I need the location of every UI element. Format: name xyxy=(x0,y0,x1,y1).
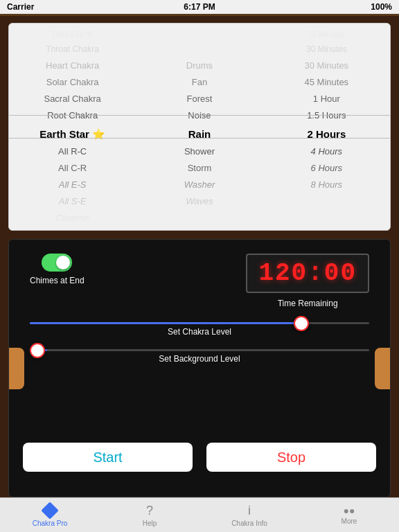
picker-item[interactable]: 45 Minutes xyxy=(263,74,390,91)
picker-item[interactable] xyxy=(263,193,390,210)
picker-item[interactable]: 10 Minutes xyxy=(263,27,390,42)
more-icon: ●● xyxy=(344,505,355,516)
chakra-slider-fill xyxy=(30,322,301,324)
corner-right-decoration xyxy=(375,348,391,389)
picker-item[interactable]: All C-R xyxy=(9,160,136,177)
controls-row: Chimes at End 120:00 Time Remaining xyxy=(9,240,390,315)
picker-item[interactable]: Heart Chakra xyxy=(9,57,136,74)
chimes-label: Chimes at End xyxy=(30,276,85,285)
bottom-panel: Chimes at End 120:00 Time Remaining Set … xyxy=(8,239,391,497)
tab-chakra-pro[interactable]: Chakra Pro xyxy=(0,503,100,527)
background-slider-thumb[interactable] xyxy=(30,343,45,358)
background-slider-track[interactable] xyxy=(30,349,369,351)
buttons-row: Start Stop xyxy=(9,432,390,483)
info-icon: i xyxy=(248,504,251,518)
background-slider-label: Set Background Level xyxy=(30,354,369,364)
outer-frame: Third Eye 👁 Throat Chakra Heart Chakra S… xyxy=(0,14,399,532)
background-slider-row: Set Background Level xyxy=(30,349,369,364)
timer-display: 120:00 xyxy=(246,254,369,293)
picker-item[interactable]: 30 Minutes xyxy=(263,57,390,74)
sound-column[interactable]: Drums Fan Forest Noise Rain Shower Storm… xyxy=(136,24,263,230)
chakra-slider-track[interactable] xyxy=(30,322,369,324)
picker-item[interactable] xyxy=(136,42,263,57)
picker-item[interactable]: Cleanse xyxy=(9,210,136,227)
chakra-slider-label: Set Chakra Level xyxy=(30,327,369,337)
picker-item[interactable]: All R-C xyxy=(9,143,136,160)
tab-bar: Chakra Pro ? Help i Chakra Info ●● More xyxy=(0,497,399,532)
tab-chakra-info[interactable]: i Chakra Info xyxy=(200,504,299,527)
picker-item[interactable]: 8 Hours xyxy=(263,177,390,193)
tab-help-label: Help xyxy=(143,520,157,527)
top-panel[interactable]: Third Eye 👁 Throat Chakra Heart Chakra S… xyxy=(8,23,391,231)
tab-chakra-info-label: Chakra Info xyxy=(231,520,267,527)
carrier-label: Carrier xyxy=(7,2,34,12)
status-bar: Carrier 6:17 PM 100% xyxy=(0,0,399,14)
slider-section: Set Chakra Level Set Background Level xyxy=(9,315,390,383)
picker-item[interactable] xyxy=(136,27,263,42)
picker-item-selected[interactable]: Rain xyxy=(136,125,263,143)
chimes-section: Chimes at End xyxy=(30,254,85,285)
picker-columns: Third Eye 👁 Throat Chakra Heart Chakra S… xyxy=(9,24,390,230)
picker-item-selected[interactable]: 2 Hours xyxy=(263,125,390,143)
picker-item[interactable]: 4 Hours xyxy=(263,143,390,160)
chakra-slider-row: Set Chakra Level xyxy=(30,322,369,337)
picker-item[interactable]: Throat Chakra xyxy=(9,42,136,57)
tab-chakra-pro-label: Chakra Pro xyxy=(33,520,68,527)
picker-item[interactable]: All E-S xyxy=(9,177,136,193)
timer-label: Time Remaining xyxy=(278,299,338,308)
duration-column[interactable]: 10 Minutes 30 Minutes 30 Minutes 45 Minu… xyxy=(263,24,390,230)
toggle-knob xyxy=(56,256,70,269)
timer-section: 120:00 Time Remaining xyxy=(246,254,369,308)
battery-label: 100% xyxy=(371,2,392,12)
time-label: 6:17 PM xyxy=(184,2,215,12)
picker-item[interactable]: Root Chakra xyxy=(9,107,136,124)
tab-help[interactable]: ? Help xyxy=(100,504,200,527)
corner-left-decoration xyxy=(8,348,24,389)
chakra-slider-thumb[interactable] xyxy=(294,316,309,331)
stop-button[interactable]: Stop xyxy=(206,443,376,472)
picker-item[interactable]: 6 Hours xyxy=(263,160,390,177)
chimes-toggle[interactable] xyxy=(42,254,72,272)
picker-item[interactable]: Noise xyxy=(136,107,263,124)
picker-item[interactable]: Shower xyxy=(136,143,263,160)
chakra-column[interactable]: Third Eye 👁 Throat Chakra Heart Chakra S… xyxy=(9,24,136,230)
tab-more-label: More xyxy=(342,517,357,525)
picker-item[interactable]: 1 Hour xyxy=(263,91,390,107)
start-button[interactable]: Start xyxy=(23,443,193,472)
picker-area[interactable]: Third Eye 👁 Throat Chakra Heart Chakra S… xyxy=(9,24,390,230)
help-icon: ? xyxy=(146,504,153,518)
picker-item[interactable]: Storm xyxy=(136,160,263,177)
tab-more[interactable]: ●● More xyxy=(299,505,399,525)
picker-item[interactable]: Solar Chakra xyxy=(9,74,136,91)
picker-item[interactable]: 1.5 Hours xyxy=(263,107,390,124)
picker-item[interactable]: 30 Minutes xyxy=(263,42,390,57)
picker-item[interactable]: Third Eye 👁 xyxy=(9,27,136,42)
picker-item[interactable]: Fan xyxy=(136,74,263,91)
picker-item-selected[interactable]: Earth Star ⭐ xyxy=(9,125,136,143)
diamond-icon xyxy=(41,502,58,519)
picker-item[interactable]: All S-E xyxy=(9,193,136,210)
picker-item[interactable]: Waves xyxy=(136,193,263,210)
picker-item[interactable]: Washer xyxy=(136,177,263,193)
picker-item[interactable]: Drums xyxy=(136,57,263,74)
picker-item[interactable]: Forest xyxy=(136,91,263,107)
picker-item[interactable]: Sacral Chakra xyxy=(9,91,136,107)
picker-item[interactable] xyxy=(263,210,390,227)
picker-item[interactable] xyxy=(136,210,263,227)
